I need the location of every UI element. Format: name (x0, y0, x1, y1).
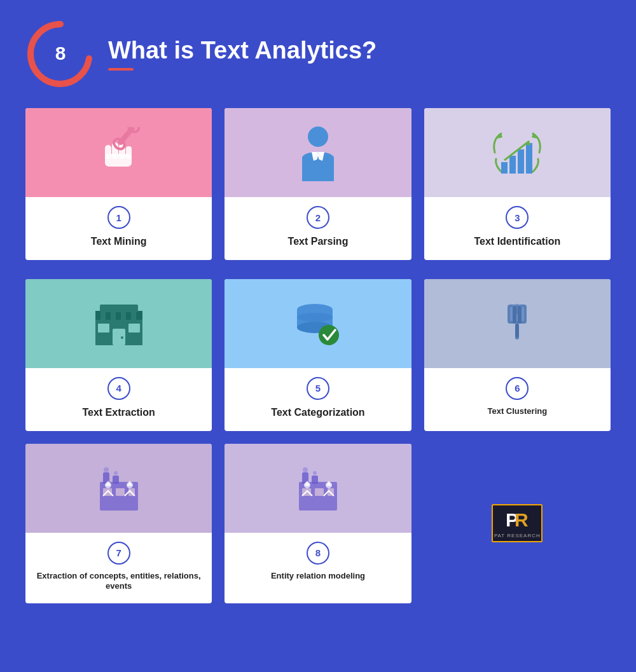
card-6-image (424, 279, 611, 368)
svg-rect-23 (116, 311, 121, 320)
svg-rect-18 (526, 143, 532, 174)
svg-rect-24 (126, 311, 131, 320)
svg-rect-26 (100, 305, 138, 312)
person-suit-icon (293, 124, 343, 181)
pin-icon (495, 298, 539, 349)
card-4-image (25, 279, 212, 368)
card-5: 5 Text Categorization (225, 279, 411, 431)
card-7-number: 7 (107, 542, 130, 565)
card-8-image (225, 444, 411, 533)
svg-rect-43 (515, 324, 519, 338)
card-5-image (225, 279, 411, 368)
factory-people-icon (90, 463, 148, 514)
chart-up-icon (488, 127, 546, 178)
svg-point-47 (104, 467, 109, 472)
card-2-number: 2 (307, 206, 329, 229)
svg-rect-50 (116, 488, 125, 496)
cards-grid-row3: 7 Extraction of concepts, entities, rela… (0, 444, 636, 617)
svg-rect-31 (128, 324, 140, 333)
card-2: 2 Text Parsing (225, 108, 411, 260)
card-6: 6 Text Clustering (424, 279, 611, 431)
svg-point-11 (308, 127, 328, 147)
svg-point-59 (303, 467, 308, 472)
card-7-image (25, 444, 212, 533)
card-1-number: 1 (107, 206, 130, 229)
svg-text:8: 8 (55, 43, 66, 64)
svg-rect-62 (315, 488, 324, 496)
card-4-label: Text Extraction (76, 406, 161, 420)
card-2-image (225, 108, 411, 197)
svg-rect-25 (136, 311, 142, 320)
card-1: 1 Text Mining (25, 108, 212, 260)
card-5-number: 5 (307, 377, 329, 400)
logo-container: 8 (25, 19, 95, 89)
svg-point-48 (114, 471, 118, 475)
svg-point-60 (313, 471, 317, 475)
header-section: 8 What is Text Analytics? (0, 0, 636, 102)
svg-point-29 (121, 336, 123, 339)
card-7: 7 Extraction of concepts, entities, rela… (25, 444, 212, 604)
card-7-label: Extraction of concepts, entities, relati… (25, 571, 212, 593)
pat-logo-box: P R PAT RESEARCH (492, 504, 543, 542)
svg-rect-30 (98, 324, 109, 333)
card-4-number: 4 (107, 377, 130, 400)
wrench-fist-icon (93, 127, 144, 178)
card-6-label: Text Clustering (481, 406, 553, 417)
factory-people2-icon (289, 463, 347, 514)
cards-grid-row2: 4 Text Extraction 5 Text Categorization (0, 273, 636, 444)
logo-c-icon: 8 (25, 19, 95, 89)
svg-rect-46 (113, 476, 119, 484)
svg-text:R: R (515, 509, 529, 530)
svg-rect-15 (501, 162, 508, 174)
card-1-image (25, 108, 212, 197)
card-8: 8 Entity relation modeling (225, 444, 411, 604)
card-6-number: 6 (506, 377, 529, 400)
svg-point-35 (297, 313, 333, 322)
svg-rect-42 (518, 306, 522, 324)
page-title: What is Text Analytics? (108, 38, 377, 64)
pat-research-logo-section: P R PAT RESEARCH (424, 444, 611, 604)
card-5-label: Text Categorization (265, 406, 371, 420)
header-underline (108, 68, 134, 71)
svg-rect-28 (113, 329, 125, 345)
svg-rect-58 (312, 476, 318, 484)
svg-rect-7 (105, 154, 132, 167)
card-1-label: Text Mining (85, 235, 153, 249)
database-check-icon (289, 298, 347, 349)
pat-logo-icon: P R (504, 509, 530, 531)
card-8-label: Entity relation modeling (265, 571, 371, 582)
svg-rect-16 (509, 156, 516, 174)
card-4: 4 Text Extraction (25, 279, 212, 431)
card-8-number: 8 (307, 542, 329, 565)
svg-rect-21 (95, 311, 100, 320)
card-3-number: 3 (506, 206, 529, 229)
card-3: 3 Text Identification (424, 108, 611, 260)
svg-rect-17 (518, 149, 524, 174)
svg-point-36 (319, 325, 339, 345)
svg-rect-41 (513, 306, 516, 324)
store-icon (90, 298, 148, 349)
card-2-label: Text Parsing (282, 235, 355, 249)
header-text-block: What is Text Analytics? (108, 38, 377, 71)
pat-logo-text: PAT RESEARCH (494, 533, 541, 538)
cards-grid-row1: 1 Text Mining 2 Text Parsing (0, 102, 636, 273)
card-3-label: Text Identification (467, 235, 567, 249)
svg-rect-22 (106, 311, 111, 320)
card-3-image (424, 108, 611, 197)
svg-rect-8 (117, 127, 135, 146)
